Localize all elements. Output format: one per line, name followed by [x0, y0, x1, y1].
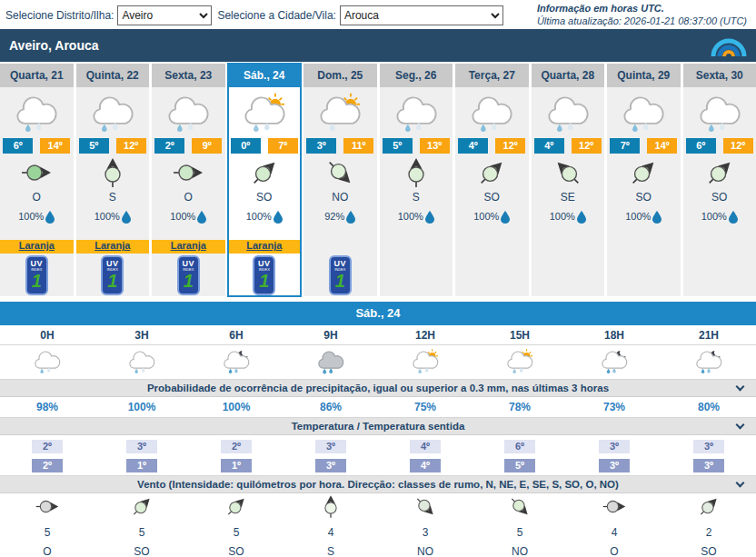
- day-header[interactable]: Quinta, 29: [607, 64, 681, 87]
- chevron-down-icon[interactable]: [736, 383, 745, 392]
- uv-index-badge: UV INDEX 1: [101, 255, 124, 295]
- wind-section-header[interactable]: Vento (Intensidade: quilómetros por hora…: [0, 476, 756, 493]
- temperature-section-title: Temperatura / Temperatura sentida: [292, 421, 465, 432]
- min-temp-badge: 4º: [458, 138, 488, 154]
- temperature-section-header[interactable]: Temperatura / Temperatura sentida: [0, 418, 756, 435]
- wind-direction-icon: [303, 154, 377, 191]
- uv-slot: UV INDEX 1: [303, 254, 377, 296]
- wind-direction-label: SO: [607, 191, 681, 205]
- temperature-badge: 3º: [126, 440, 157, 453]
- warning-banner[interactable]: Laranja: [152, 240, 225, 254]
- min-temp-badge: 7º: [610, 138, 640, 154]
- day-header[interactable]: Dom., 25: [303, 64, 377, 87]
- top-controls-bar: Selecione Distrito/Ilha: Aveiro Selecion…: [0, 0, 756, 29]
- day-header[interactable]: Quinta, 22: [76, 64, 150, 87]
- ten-day-strip: Quarta, 21 6º 14º O 100% Laranja UV INDE…: [0, 62, 756, 296]
- temperature-badge: 4º: [410, 440, 441, 453]
- wind-direction-label: S: [76, 191, 150, 205]
- temperature-badge: 2º: [221, 440, 252, 453]
- day-column[interactable]: Sáb., 24 0º 7º SO 100% Laranja UV INDEX …: [228, 64, 302, 296]
- wind-speed-value: 5: [189, 526, 284, 539]
- wind-section-title: Vento (Intensidade: quilómetros por hora…: [137, 479, 619, 490]
- humidity-value: 100%: [228, 205, 302, 231]
- droplet-icon: [501, 211, 510, 224]
- hourly-weather-icon: [284, 348, 378, 377]
- droplet-icon: [652, 211, 662, 224]
- chevron-down-icon[interactable]: [736, 479, 745, 488]
- hour-label: 15H: [472, 329, 567, 342]
- droplet-icon: [346, 211, 355, 224]
- warning-link[interactable]: Laranja: [19, 240, 55, 251]
- wind-direction-label: O: [0, 191, 74, 205]
- day-column[interactable]: Quarta, 21 6º 14º O 100% Laranja UV INDE…: [0, 64, 74, 296]
- day-header[interactable]: Quarta, 28: [532, 64, 605, 87]
- feels-like-cell: 4º: [378, 456, 472, 472]
- day-column[interactable]: Quinta, 22 5º 12º S 100% Laranja UV INDE…: [76, 64, 150, 296]
- uv-value: 1: [103, 272, 122, 290]
- wind-speed-value: 3: [378, 526, 472, 539]
- day-column[interactable]: Quarta, 28 4º 12º SE 100% UV INDEX: [532, 64, 605, 296]
- warning-link[interactable]: Laranja: [94, 240, 130, 251]
- max-temp-badge: 11º: [343, 138, 373, 154]
- temperature-badge: 3º: [693, 440, 724, 453]
- day-header[interactable]: Sexta, 23: [152, 64, 225, 87]
- day-column[interactable]: Seg., 26 5º 13º S 100% UV INDEX: [380, 64, 453, 296]
- uv-value: 1: [254, 272, 274, 290]
- uv-index-badge: UV INDEX 1: [25, 255, 48, 295]
- hour-label: 0H: [0, 329, 94, 342]
- day-header[interactable]: Quarta, 21: [0, 64, 74, 87]
- hour-label: 3H: [94, 329, 189, 342]
- wind-direction-value: SO: [662, 545, 756, 557]
- day-column[interactable]: Quinta, 29 7º 14º SO 100% UV INDEX: [607, 64, 681, 296]
- day-temps: 3º 11º: [303, 136, 377, 154]
- update-info: Informação em horas UTC. Última atualiza…: [537, 3, 751, 28]
- humidity-value: 92%: [303, 205, 377, 231]
- city-select[interactable]: Arouca: [340, 5, 503, 25]
- day-header[interactable]: Sexta, 30: [683, 64, 756, 87]
- temperature-badge: 3º: [599, 440, 630, 453]
- district-select[interactable]: Aveiro: [117, 5, 212, 25]
- uv-slot: UV INDEX 1: [228, 254, 302, 296]
- max-temp-badge: 12º: [572, 138, 602, 154]
- day-column[interactable]: Sexta, 23 2º 9º O 100% Laranja UV INDEX …: [152, 64, 225, 296]
- day-temps: 7º 14º: [607, 136, 681, 154]
- precipitation-values-row: 98%100%100%86%75%78%73%80%: [0, 397, 756, 418]
- hourly-wind-icon: [378, 498, 472, 519]
- weather-icon: [152, 87, 225, 136]
- day-column[interactable]: Terça, 27 4º 12º SO 100% UV INDEX: [455, 64, 529, 296]
- min-temp-badge: 3º: [306, 138, 336, 154]
- humidity-percent: 100%: [398, 211, 423, 222]
- hourly-weather-icon: [378, 348, 472, 377]
- day-column[interactable]: Dom., 25 3º 11º NO 92% UV INDEX 1: [303, 64, 377, 296]
- warning-link[interactable]: Laranja: [171, 240, 206, 251]
- precip-probability-value: 100%: [189, 401, 284, 413]
- precipitation-section-header[interactable]: Probabilidade de ocorrência de precipita…: [0, 380, 756, 397]
- warning-banner[interactable]: Laranja: [0, 240, 74, 254]
- precip-probability-value: 78%: [472, 401, 567, 413]
- wind-direction-label: SO: [228, 191, 302, 205]
- city-select-label: Selecione a Cidade/Vila:: [217, 9, 336, 22]
- warning-banner[interactable]: Laranja: [76, 240, 150, 254]
- max-temp-badge: 14º: [647, 138, 677, 154]
- min-temp-badge: 0º: [231, 138, 261, 154]
- day-header[interactable]: Sáb., 24: [228, 64, 302, 87]
- max-temp-badge: 12º: [723, 138, 753, 154]
- wind-direction-icon: [532, 154, 605, 191]
- precip-probability-value: 86%: [284, 401, 378, 413]
- warning-link[interactable]: Laranja: [246, 240, 282, 251]
- max-temp-badge: 9º: [192, 138, 222, 154]
- day-header[interactable]: Seg., 26: [380, 64, 453, 87]
- uv-slot: UV INDEX 1: [0, 254, 74, 296]
- min-temp-badge: 6º: [3, 138, 33, 154]
- hourly-wind-icon: [662, 498, 756, 519]
- chevron-down-icon[interactable]: [736, 421, 745, 430]
- humidity-percent: 100%: [18, 211, 44, 222]
- hourly-wind-icon: [472, 498, 567, 519]
- day-column[interactable]: Sexta, 30 6º 12º SO 100% UV INDEX: [683, 64, 756, 296]
- wind-direction-icon: [607, 154, 681, 191]
- wind-direction-icon: [152, 154, 225, 191]
- day-header[interactable]: Terça, 27: [455, 64, 529, 87]
- warning-banner[interactable]: Laranja: [228, 240, 302, 254]
- droplet-icon: [729, 211, 738, 224]
- wind-direction-label: O: [152, 191, 225, 205]
